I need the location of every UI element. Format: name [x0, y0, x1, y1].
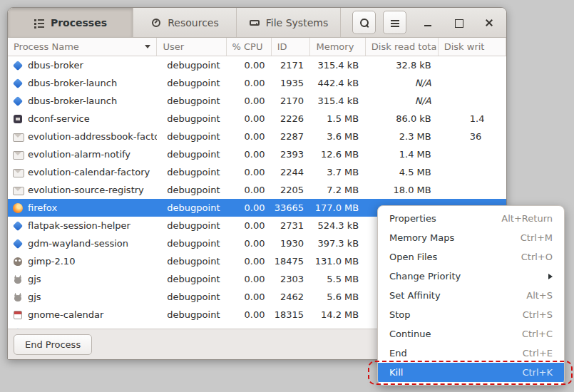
- disk-read-cell: 4.5 MB: [364, 163, 437, 181]
- process-row-dbus-broker-launch[interactable]: dbus-broker-launchdebugpoint0.001935442.…: [8, 74, 506, 92]
- cell-value: 2244: [280, 167, 304, 177]
- tab-file-systems[interactable]: File Systems: [237, 8, 341, 37]
- tab-processes[interactable]: Processes: [8, 8, 133, 37]
- column-label: User: [163, 41, 184, 52]
- menu-item-continue[interactable]: ContinueCtrl+C: [378, 324, 564, 344]
- cell-value: debugpoint: [167, 96, 220, 106]
- column-header-disk-read-tota[interactable]: Disk read tota: [366, 38, 439, 56]
- process-context-menu: PropertiesAlt+ReturnMemory MapsCtrl+MOpe…: [377, 205, 565, 386]
- cat-icon: [12, 274, 24, 285]
- cell-value: 1.4: [470, 113, 485, 124]
- menu-item-accelerator: Ctrl+O: [521, 252, 553, 262]
- primary-menu-button[interactable]: [383, 11, 406, 34]
- process-row-dbus-broker[interactable]: dbus-brokerdebugpoint0.002171315.4 kB32.…: [8, 56, 506, 74]
- menu-item-open-files[interactable]: Open FilesCtrl+O: [378, 247, 564, 267]
- memory-cell: 3.6 MB: [309, 128, 364, 145]
- menu-item-kill[interactable]: KillCtrl+K: [378, 363, 564, 382]
- cell-value: 397.3 kB: [317, 238, 359, 249]
- process-row-evolution-calendar-factory[interactable]: evolution-calendar-factorydebugpoint0.00…: [8, 163, 506, 181]
- process-name: dconf-service: [28, 113, 90, 124]
- memory-cell: 12.6 MB: [309, 145, 364, 163]
- menu-item-memory-maps[interactable]: Memory MapsCtrl+M: [378, 228, 564, 247]
- disk-read-cell: N/A: [364, 92, 437, 110]
- process-row-evolution-alarm-notify[interactable]: evolution-alarm-notifydebugpoint0.002393…: [8, 145, 506, 163]
- cell-value: 0.00: [245, 113, 265, 124]
- column-header-disk-writ[interactable]: Disk writ: [439, 38, 506, 56]
- cell-value: 2731: [280, 220, 304, 231]
- tab-resources[interactable]: Resources: [133, 8, 237, 37]
- cell-value: 2170: [280, 96, 304, 106]
- disk-read-cell: 86.0 kB: [364, 110, 437, 128]
- cell-value: N/A: [415, 96, 431, 106]
- cpu-cell: 0.00: [226, 199, 271, 217]
- menu-item-accelerator: Alt+S: [526, 290, 553, 301]
- pid-cell: 18475: [271, 252, 310, 270]
- column-header-cpu[interactable]: % CPU: [227, 38, 272, 56]
- cell-value: 0.00: [245, 185, 265, 195]
- search-button[interactable]: [352, 11, 376, 34]
- maximize-button[interactable]: [450, 14, 467, 31]
- cell-value: 177.0 MB: [315, 202, 359, 213]
- cell-value: 36: [470, 131, 482, 142]
- user-cell: debugpoint: [157, 181, 226, 199]
- process-row-dbus-broker-launch[interactable]: dbus-broker-launchdebugpoint0.002170315.…: [8, 92, 506, 110]
- disk-write-cell: [437, 56, 506, 74]
- pid-cell: 2303: [271, 270, 310, 288]
- menu-item-change-priority[interactable]: Change Priority: [378, 267, 564, 286]
- user-cell: debugpoint: [157, 306, 226, 324]
- cell-value: 7.2 MB: [327, 185, 359, 195]
- process-name-cell: gnome-calendar: [8, 306, 157, 324]
- process-name-cell: [8, 324, 157, 329]
- terminal-icon: [12, 113, 24, 125]
- process-name: dbus-broker-launch: [28, 78, 117, 88]
- process-name: evolution-addressbook-factory: [28, 131, 157, 142]
- memory-cell: 1.5 MB: [309, 110, 364, 128]
- cell-value: debugpoint: [167, 256, 220, 267]
- cell-value: debugpoint: [167, 238, 220, 249]
- menu-item-end[interactable]: EndCtrl+E: [378, 344, 564, 363]
- process-name-cell: gimp-2.10: [8, 252, 157, 270]
- menu-item-properties[interactable]: PropertiesAlt+Return: [378, 209, 564, 228]
- minimize-button[interactable]: [419, 14, 436, 31]
- process-row-dconf-service[interactable]: dconf-servicedebugpoint0.0022261.5 MB86.…: [8, 110, 506, 128]
- diamond-icon: [12, 60, 24, 71]
- cell-value: 1935: [280, 78, 304, 88]
- column-header-user[interactable]: User: [157, 38, 226, 56]
- close-button[interactable]: [481, 14, 498, 31]
- disk-write-cell: [437, 92, 506, 110]
- memory-cell: [309, 324, 364, 329]
- submenu-arrow-icon: [548, 274, 553, 279]
- menu-item-label: Kill: [389, 367, 522, 378]
- column-header-memory[interactable]: Memory: [310, 38, 365, 56]
- cpu-cell: 0.00: [226, 74, 271, 92]
- pid-cell: 2462: [271, 288, 310, 306]
- process-name: dbus-broker: [28, 60, 83, 71]
- cpu-cell: 0.00: [226, 217, 271, 234]
- disk-read-cell: 18.0 MB: [364, 181, 437, 199]
- cell-value: 2205: [280, 185, 304, 195]
- user-cell: debugpoint: [157, 56, 226, 74]
- cell-value: 0.00: [245, 78, 265, 88]
- cell-value: 131.0 MB: [315, 256, 359, 267]
- disk-read-cell: N/A: [364, 74, 437, 92]
- cell-value: 442.4 kB: [317, 78, 359, 88]
- process-name: gnome-calendar: [28, 309, 103, 320]
- end-process-button[interactable]: End Process: [14, 334, 92, 355]
- process-row-evolution-source-registry[interactable]: evolution-source-registrydebugpoint0.002…: [8, 181, 506, 199]
- pid-cell: 33665: [271, 199, 310, 217]
- menu-item-set-affinity[interactable]: Set AffinityAlt+S: [378, 286, 564, 305]
- disk-write-cell: [437, 181, 506, 199]
- column-header-id[interactable]: ID: [272, 38, 311, 56]
- envelope-icon: [12, 131, 24, 143]
- menu-item-stop[interactable]: StopCtrl+S: [378, 305, 564, 324]
- disk-write-cell: [437, 163, 506, 181]
- process-name-cell: gdm-wayland-session: [8, 234, 157, 252]
- column-header-process-name[interactable]: Process Name: [8, 38, 157, 56]
- cell-value: 2.3 MB: [399, 131, 431, 142]
- disk-read-cell: 2.3 MB: [364, 128, 437, 145]
- cpu-cell: 0.00: [226, 288, 271, 306]
- cpu-cell: 0.00: [226, 181, 271, 199]
- process-row-evolution-addressbook-factory[interactable]: evolution-addressbook-factorydebugpoint0…: [8, 128, 506, 145]
- cell-value: 5.6 MB: [327, 292, 359, 302]
- cell-value: N/A: [415, 78, 431, 88]
